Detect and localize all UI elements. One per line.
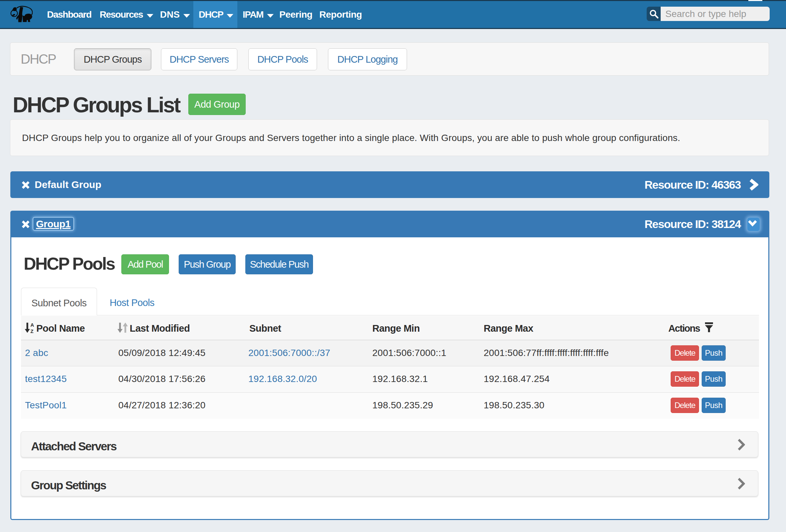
svg-text:A: A	[30, 322, 34, 328]
svg-text:Z: Z	[30, 328, 33, 333]
